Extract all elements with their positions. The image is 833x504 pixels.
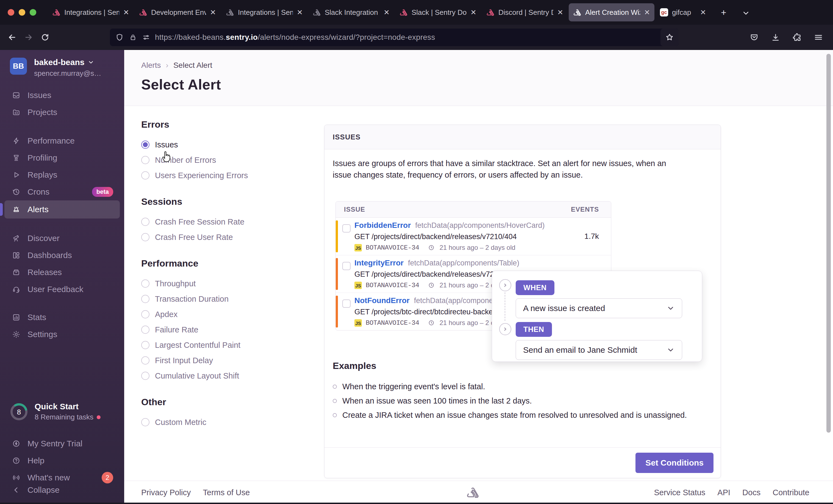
issue-checkbox[interactable] xyxy=(342,224,351,232)
browser-tab[interactable]: Slack Integration | S ✕ xyxy=(308,3,394,21)
sidebar-item-discover[interactable]: Discover xyxy=(0,230,124,247)
radio-option-crash-free-session-rate[interactable]: Crash Free Session Rate xyxy=(141,214,312,229)
set-conditions-button[interactable]: Set Conditions xyxy=(636,453,713,473)
minimize-window-button[interactable] xyxy=(19,9,25,16)
chevron-down-icon xyxy=(88,59,94,66)
tab-close-icon[interactable]: ✕ xyxy=(557,8,563,17)
radio-option-users-experiencing-errors[interactable]: Users Experiencing Errors xyxy=(141,168,312,183)
tracking-protection-shield-icon[interactable] xyxy=(115,33,124,42)
issue-title-link[interactable]: ForbiddenError xyxy=(354,221,411,230)
radio[interactable] xyxy=(141,310,149,319)
radio[interactable] xyxy=(141,418,149,426)
radio[interactable] xyxy=(141,279,149,288)
radio[interactable] xyxy=(141,372,149,380)
back-button[interactable] xyxy=(4,29,20,46)
sidebar-item-settings[interactable]: Settings xyxy=(0,326,124,343)
sidebar-item-alerts[interactable]: Alerts xyxy=(4,200,120,219)
radio-option-transaction-duration[interactable]: Transaction Duration xyxy=(141,291,312,307)
page-scrollbar[interactable] xyxy=(826,54,831,433)
tab-close-icon[interactable]: ✕ xyxy=(700,8,706,17)
sidebar-item-profiling[interactable]: Profiling xyxy=(0,149,124,166)
tab-overflow-button[interactable] xyxy=(742,7,750,18)
sidebar-item-user-feedback[interactable]: User Feedback xyxy=(0,281,124,298)
api-link[interactable]: API xyxy=(717,488,730,497)
zoom-window-button[interactable] xyxy=(30,9,36,16)
tab-close-icon[interactable]: ✕ xyxy=(644,8,650,17)
window-controls xyxy=(8,9,36,16)
radio[interactable] xyxy=(141,218,149,226)
tab-close-icon[interactable]: ✕ xyxy=(297,8,303,17)
sidebar-item-dashboards[interactable]: Dashboards xyxy=(0,247,124,264)
reload-button[interactable] xyxy=(37,29,53,46)
sidebar-item-issues[interactable]: Issues xyxy=(0,87,124,104)
when-condition-select[interactable]: A new issue is created xyxy=(516,298,682,318)
radio-selected[interactable] xyxy=(141,141,149,149)
radio-option-largest-contentful-paint[interactable]: Largest Contentful Paint xyxy=(141,337,312,353)
radio[interactable] xyxy=(141,326,149,334)
tab-close-icon[interactable]: ✕ xyxy=(210,8,216,17)
issue-checkbox[interactable] xyxy=(342,262,351,270)
issue-title-link[interactable]: IntegrityError xyxy=(354,259,404,268)
sidebar-item-my-sentry-trial[interactable]: My Sentry Trial xyxy=(0,435,124,452)
terms-of-use-link[interactable]: Terms of Use xyxy=(203,488,250,497)
browser-tab[interactable]: Integrations | Sentry ✕ xyxy=(221,3,307,21)
sidebar-item-replays[interactable]: Replays xyxy=(0,166,124,183)
sidebar-collapse-button[interactable]: Collapse xyxy=(0,481,124,499)
issue-checkbox[interactable] xyxy=(342,300,351,308)
browser-tab[interactable]: Discord | Sentry Do ✕ xyxy=(482,3,568,21)
radio-option-custom-metric[interactable]: Custom Metric xyxy=(141,414,312,430)
url-bar[interactable]: https://baked-beans.sentry.io/alerts/nod… xyxy=(110,29,679,46)
radio[interactable] xyxy=(141,356,149,364)
radio-option-cumulative-layout-shift[interactable]: Cumulative Layout Shift xyxy=(141,368,312,383)
service-status-link[interactable]: Service Status xyxy=(654,488,705,497)
javascript-platform-icon: JS xyxy=(354,319,362,327)
project-slug: BOTANAVOICE-34 xyxy=(366,319,419,327)
browser-tab[interactable]: Development Enviro ✕ xyxy=(135,3,220,21)
tab-close-icon[interactable]: ✕ xyxy=(123,8,129,17)
close-window-button[interactable] xyxy=(8,9,14,16)
radio[interactable] xyxy=(141,341,149,349)
browser-tab-active[interactable]: Alert Creation Wizar ✕ xyxy=(569,3,654,21)
radio[interactable] xyxy=(141,171,149,179)
then-action-select[interactable]: Send an email to Jane Schmidt xyxy=(516,340,682,360)
downloads-icon[interactable] xyxy=(771,33,780,42)
projects-icon xyxy=(12,108,20,117)
browser-tab[interactable]: Slack | Sentry Docu ✕ xyxy=(395,3,481,21)
forward-button[interactable] xyxy=(20,29,37,46)
radio-option-apdex[interactable]: Apdex xyxy=(141,307,312,322)
sidebar-item-releases[interactable]: Releases xyxy=(0,264,124,281)
radio-option-failure-rate[interactable]: Failure Rate xyxy=(141,322,312,337)
tab-close-icon[interactable]: ✕ xyxy=(470,8,476,17)
pocket-icon[interactable] xyxy=(749,33,759,42)
org-switcher[interactable]: BB baked-beans spencer.murray@s… xyxy=(10,58,101,78)
radio[interactable] xyxy=(141,156,149,164)
new-tab-button[interactable]: + xyxy=(721,7,727,18)
bookmark-star-button[interactable] xyxy=(661,29,679,46)
menu-hamburger-icon[interactable] xyxy=(814,33,823,42)
docs-link[interactable]: Docs xyxy=(742,488,760,497)
radio-option-issues[interactable]: Issues xyxy=(141,137,312,152)
quick-start-panel[interactable]: 8 Quick Start 8 Remaining tasks xyxy=(10,402,100,421)
extensions-puzzle-icon[interactable] xyxy=(792,33,802,42)
issue-title-link[interactable]: NotFoundError xyxy=(354,296,410,305)
radio-option-crash-free-user-rate[interactable]: Crash Free User Rate xyxy=(141,229,312,245)
connection-lock-icon[interactable] xyxy=(129,33,137,41)
sidebar-item-performance[interactable]: Performance xyxy=(0,132,124,149)
browser-tab[interactable]: Integrations | Sentry ✕ xyxy=(48,3,134,21)
site-permissions-icon[interactable] xyxy=(142,33,150,41)
issue-row[interactable]: ForbiddenErrorfetchData(app/components/H… xyxy=(336,218,611,255)
privacy-policy-link[interactable]: Privacy Policy xyxy=(141,488,191,497)
radio-option-throughput[interactable]: Throughput xyxy=(141,276,312,291)
radio[interactable] xyxy=(141,233,149,241)
radio-option-first-input-delay[interactable]: First Input Delay xyxy=(141,353,312,368)
browser-tab[interactable]: gc gifcap ✕ xyxy=(656,3,711,21)
sidebar-item-stats[interactable]: Stats xyxy=(0,309,124,326)
tab-close-icon[interactable]: ✕ xyxy=(383,8,389,17)
dashed-connector xyxy=(505,292,505,321)
sidebar-item-help[interactable]: Help xyxy=(0,452,124,469)
breadcrumb-alerts-link[interactable]: Alerts xyxy=(141,61,161,70)
contribute-link[interactable]: Contribute xyxy=(772,488,809,497)
radio[interactable] xyxy=(141,295,149,303)
sidebar-item-crons[interactable]: Cronsbeta xyxy=(0,183,124,200)
sidebar-item-projects[interactable]: Projects xyxy=(0,104,124,121)
